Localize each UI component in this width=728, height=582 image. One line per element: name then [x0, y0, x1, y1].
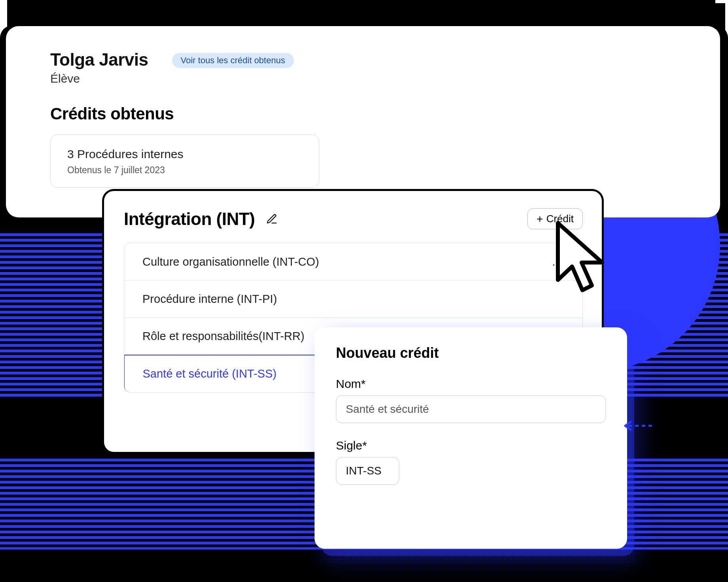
new-credit-name-label: Nom* — [336, 377, 606, 391]
integration-title: Intégration (INT) — [124, 209, 255, 229]
pencil-icon[interactable] — [266, 213, 278, 225]
integration-row-label: Procédure interne (INT-PI) — [142, 293, 277, 306]
new-credit-code-input[interactable] — [336, 457, 399, 485]
integration-row[interactable]: Procédure interne (INT-PI) — [124, 281, 582, 318]
new-credit-title: Nouveau crédit — [336, 345, 606, 361]
profile-name: Tolga Jarvis — [50, 50, 148, 70]
integration-row-label: Rôle et responsabilités(INT-RR) — [142, 330, 304, 343]
credit-summary-subtitle: Obtenus le 7 juillet 2023 — [67, 165, 302, 176]
new-credit-code-label: Sigle* — [336, 439, 606, 452]
plus-icon: + — [537, 214, 543, 225]
integration-row-label: Culture organisationnelle (INT-CO) — [142, 255, 319, 268]
integration-row-label: Santé et sécurité (INT-SS) — [143, 367, 277, 380]
credits-section-title: Crédits obtenus — [50, 104, 676, 123]
new-credit-panel: Nouveau crédit Nom* Sigle* — [315, 327, 627, 549]
credit-summary-title: 3 Procédures internes — [67, 147, 302, 161]
callout-arrow-to-name-input — [617, 420, 653, 433]
profile-identity: Tolga Jarvis Élève — [50, 50, 148, 85]
integration-row[interactable]: Culture organisationnelle (INT-CO) … — [124, 243, 582, 281]
add-credit-button-label: Crédit — [546, 213, 574, 225]
callout-arrow-to-credit-button — [605, 221, 633, 223]
profile-role: Élève — [50, 72, 148, 85]
background-fuzz — [320, 549, 637, 563]
more-icon[interactable]: … — [552, 255, 564, 268]
credit-summary-card[interactable]: 3 Procédures internes Obtenus le 7 juill… — [50, 134, 319, 188]
view-all-credits-pill[interactable]: Voir tous les crédit obtenus — [172, 53, 294, 68]
new-credit-name-input[interactable] — [336, 395, 606, 423]
add-credit-button[interactable]: + Crédit — [527, 208, 583, 229]
